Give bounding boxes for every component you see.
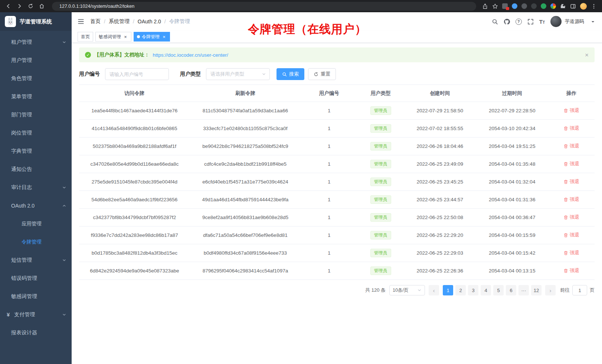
- reload-button[interactable]: [26, 2, 35, 11]
- address-bar[interactable]: 127.0.0.1:1024/system/oauth2/token: [52, 2, 476, 11]
- sidebar-item-dict[interactable]: 字典管理: [0, 142, 72, 160]
- close-icon[interactable]: ×: [161, 34, 167, 39]
- forward-button[interactable]: [15, 2, 24, 11]
- tab-token[interactable]: 令牌管理×: [134, 32, 170, 42]
- user-type-cell: 管理员: [357, 138, 404, 155]
- user-id-cell: 1: [301, 138, 357, 155]
- puzzle-icon[interactable]: [560, 3, 566, 9]
- content: ✓ 【用户体系】文档地址： https://doc.iocoder.cn/use…: [72, 43, 602, 364]
- sidebar-item-audit-log[interactable]: 审计日志: [0, 178, 72, 196]
- breadcrumb-item[interactable]: 首页: [90, 18, 101, 25]
- username[interactable]: 芋道源码: [565, 18, 584, 25]
- sidebar-item-oauth2[interactable]: OAuth 2.0: [0, 196, 72, 215]
- next-page-button[interactable]: ›: [545, 285, 556, 295]
- page-button-1[interactable]: 1: [443, 285, 453, 295]
- side-panel-icon[interactable]: [570, 3, 576, 9]
- sidebar-item-dept[interactable]: 部门管理: [0, 106, 72, 124]
- page-button-12[interactable]: 12: [531, 285, 542, 295]
- sidebar-item-post[interactable]: 岗位管理: [0, 124, 72, 142]
- sidebar-item-report-designer[interactable]: 报表设计器: [0, 324, 72, 342]
- refresh-token-cell: 333ecfc71e02480cb11055c875c3ca0f: [190, 120, 301, 138]
- alert-close-icon[interactable]: ×: [585, 52, 589, 58]
- refresh-token-cell: cdfc4ce9c2da4bb1bdf21b9918ff4be5: [190, 155, 301, 173]
- doc-link[interactable]: https://doc.iocoder.cn/user-center/: [153, 52, 228, 58]
- expire-time-cell: 2054-03-04 01:35:48: [476, 155, 548, 173]
- sidebar-item-sms[interactable]: 短信管理: [0, 251, 72, 269]
- breadcrumb-item[interactable]: 系统管理: [109, 18, 130, 25]
- tab-home[interactable]: 首页: [78, 32, 93, 42]
- sidebar-item-label: 支付管理: [14, 311, 35, 318]
- browser-profile-avatar[interactable]: [580, 3, 587, 10]
- github-icon[interactable]: [504, 19, 510, 25]
- action-cell: 强退: [548, 226, 595, 244]
- page-button-2[interactable]: 2: [455, 285, 466, 295]
- bookmark-star-icon[interactable]: [492, 3, 498, 9]
- sidebar-item-error-code[interactable]: 错误码管理: [0, 269, 72, 287]
- table-row: 54d6be82ee5a460a9aedc1f9bf22365649d1aa46…: [79, 191, 595, 209]
- more-pages-button[interactable]: ···: [518, 285, 529, 295]
- search-button[interactable]: 搜索: [277, 68, 304, 80]
- fullscreen-icon[interactable]: [527, 19, 534, 25]
- extension-icon[interactable]: [512, 3, 517, 9]
- extension-icon[interactable]: [531, 3, 537, 9]
- force-logout-button[interactable]: 强退: [563, 143, 579, 149]
- force-logout-button[interactable]: 强退: [563, 232, 579, 238]
- page-button-6[interactable]: 6: [506, 285, 516, 295]
- force-logout-button[interactable]: 强退: [563, 196, 579, 203]
- sidebar-item-notice[interactable]: 通知公告: [0, 160, 72, 178]
- created-time-cell: 2022-07-02 18:55:55: [404, 120, 476, 138]
- back-button[interactable]: [4, 2, 13, 11]
- force-logout-button[interactable]: 强退: [563, 249, 579, 256]
- user-type-cell: 管理员: [357, 262, 404, 280]
- share-icon[interactable]: [482, 3, 488, 9]
- breadcrumb-item[interactable]: OAuth 2.0: [138, 19, 161, 24]
- sidebar-item-sensitive-word[interactable]: 敏感词管理: [0, 287, 72, 305]
- force-logout-button[interactable]: 强退: [563, 214, 579, 221]
- extension-icon[interactable]: [541, 3, 546, 9]
- user-type-cell: 管理员: [357, 244, 404, 262]
- user-avatar[interactable]: [550, 16, 562, 27]
- extension-icon[interactable]: [550, 3, 556, 9]
- expire-time-cell: 2054-03-04 00:15:59: [476, 226, 548, 244]
- force-logout-label: 强退: [570, 107, 579, 114]
- sidebar-item-tenant[interactable]: 租户管理: [0, 33, 72, 51]
- extension-icon[interactable]: [521, 3, 527, 9]
- page-button-5[interactable]: 5: [493, 285, 504, 295]
- app-logo[interactable]: 芋道管理系统: [0, 12, 72, 31]
- expire-time-cell: 2022-07-29 22:28:50: [476, 102, 548, 120]
- goto-page-input[interactable]: [572, 285, 587, 295]
- prev-page-button[interactable]: ‹: [429, 285, 439, 295]
- home-button[interactable]: [37, 2, 46, 11]
- sidebar-item-oauth2-token[interactable]: 令牌管理: [0, 233, 72, 251]
- sidebar-item-label: 菜单管理: [11, 93, 32, 100]
- search-icon[interactable]: [492, 19, 498, 25]
- tab-sensitive-word[interactable]: 敏感词管理×: [95, 32, 131, 42]
- user-id-input[interactable]: [105, 68, 169, 80]
- page-button-4[interactable]: 4: [481, 285, 491, 295]
- created-time-cell: 2022-06-26 18:04:46: [404, 138, 476, 155]
- sidebar-item-user[interactable]: 用户管理: [0, 51, 72, 69]
- font-size-icon[interactable]: TT: [539, 19, 545, 24]
- sidebar-item-role[interactable]: 角色管理: [0, 69, 72, 87]
- extension-icon[interactable]: [502, 3, 508, 9]
- page-button-3[interactable]: 3: [468, 285, 478, 295]
- caret-down-icon[interactable]: [590, 19, 596, 25]
- help-icon[interactable]: ?: [516, 19, 522, 25]
- sidebar-item-menu[interactable]: 菜单管理: [0, 87, 72, 106]
- close-icon[interactable]: ×: [123, 34, 128, 39]
- force-logout-button[interactable]: 强退: [563, 125, 579, 132]
- user-type-select[interactable]: 请选择用户类型: [206, 68, 270, 80]
- page-size-value: 10条/页: [393, 287, 408, 294]
- reset-button[interactable]: 重置: [308, 68, 336, 80]
- tab-label: 敏感词管理: [99, 34, 121, 40]
- force-logout-button[interactable]: 强退: [563, 267, 579, 274]
- logo-image: [5, 16, 16, 27]
- page-size-select[interactable]: 10条/页: [389, 285, 425, 295]
- force-logout-button[interactable]: 强退: [563, 161, 579, 167]
- sidebar-item-oauth2-app[interactable]: 应用管理: [0, 215, 72, 233]
- browser-menu-icon[interactable]: [591, 3, 597, 9]
- sidebar-item-pay[interactable]: ¥支付管理: [0, 305, 72, 324]
- collapse-sidebar-button[interactable]: [78, 18, 84, 25]
- force-logout-button[interactable]: 强退: [563, 107, 579, 114]
- force-logout-button[interactable]: 强退: [563, 178, 579, 185]
